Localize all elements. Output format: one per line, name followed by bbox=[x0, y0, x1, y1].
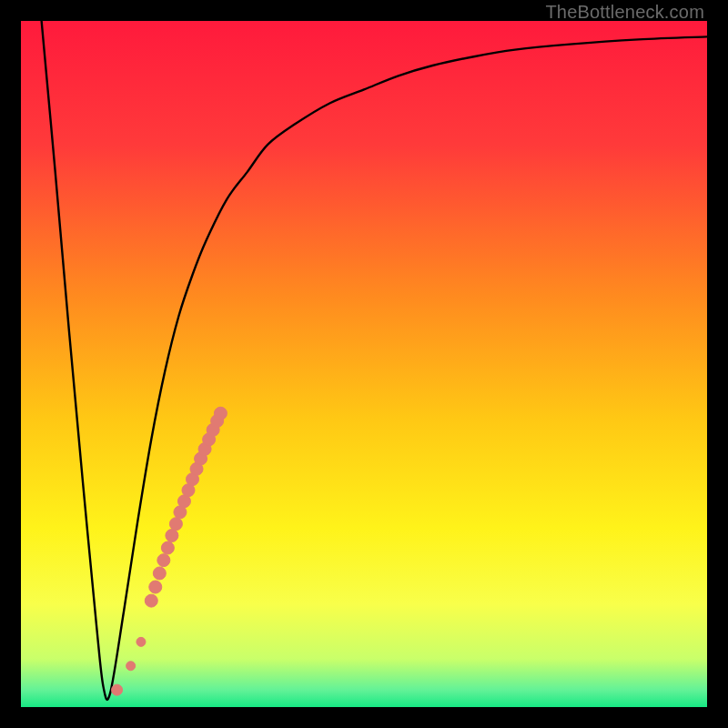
marker-dot bbox=[157, 554, 170, 567]
watermark-text: TheBottleneck.com bbox=[545, 2, 704, 23]
marker-dot bbox=[169, 518, 182, 531]
marker-dot bbox=[126, 662, 136, 671]
chart-frame: TheBottleneck.com bbox=[0, 0, 728, 728]
marker-dot bbox=[136, 637, 146, 646]
curve-markers bbox=[21, 21, 707, 707]
marker-dot bbox=[112, 684, 123, 695]
marker-dot bbox=[214, 407, 227, 420]
marker-dot bbox=[166, 530, 178, 542]
marker-dot bbox=[153, 567, 166, 580]
marker-dot bbox=[145, 594, 157, 607]
marker-dot bbox=[149, 581, 162, 593]
marker-dot bbox=[161, 541, 174, 554]
plot-area bbox=[21, 21, 707, 707]
